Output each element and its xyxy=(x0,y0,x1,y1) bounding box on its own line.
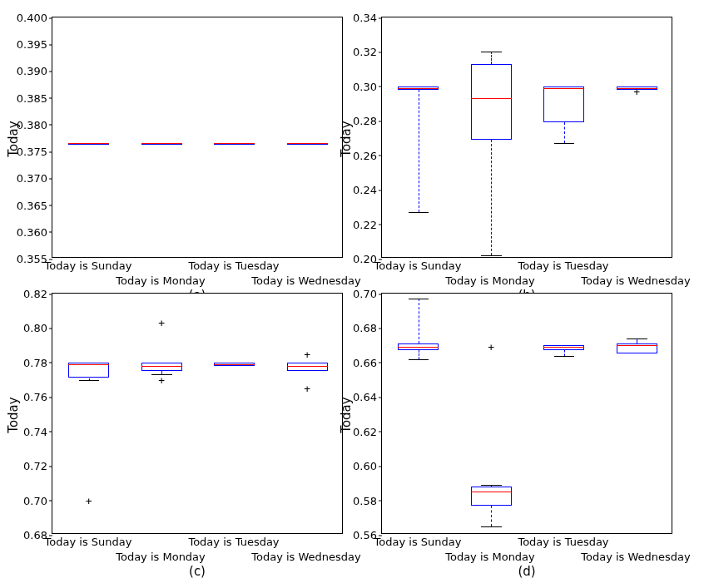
median-line xyxy=(287,143,328,144)
ytick: 0.390 xyxy=(17,65,47,77)
ytick: 0.360 xyxy=(17,225,47,238)
plot-area-b: 0.200.220.240.260.280.300.320.34+ xyxy=(381,17,672,258)
whisker-lower xyxy=(419,350,419,358)
median-line xyxy=(68,143,109,144)
box xyxy=(287,363,328,371)
ylabel-b: Today xyxy=(339,121,354,156)
whisker-lower xyxy=(419,90,419,212)
panel-label-c: (c) xyxy=(189,564,206,579)
xtick-b-0: Today is Sunday xyxy=(374,259,462,272)
xtick-a-0: Today is Sunday xyxy=(45,259,132,272)
ylabel-a: Today xyxy=(6,121,21,156)
median-line xyxy=(543,347,584,348)
xtick-c-2: Today is Tuesday xyxy=(188,536,279,548)
ytick: 0.78 xyxy=(23,356,47,368)
ytick: 0.60 xyxy=(353,460,377,472)
ytick: 0.82 xyxy=(23,288,47,300)
ytick: 0.400 xyxy=(17,12,47,24)
ytick: 0.30 xyxy=(353,80,377,92)
flier: + xyxy=(158,374,165,385)
plot-area-c: 0.680.700.720.740.760.780.800.82+++++ xyxy=(52,293,343,534)
median-line xyxy=(398,88,439,89)
xtick-c-0: Today is Sunday xyxy=(45,536,132,548)
ytick: 0.375 xyxy=(17,146,47,158)
cap-upper xyxy=(409,299,429,299)
ytick: 0.22 xyxy=(353,218,377,230)
ytick: 0.26 xyxy=(353,149,377,161)
cap-lower xyxy=(481,255,502,256)
box xyxy=(141,363,182,371)
xtick-d-0: Today is Sunday xyxy=(374,536,462,548)
panel-a: 0.3550.3600.3650.3700.3750.3800.3850.390… xyxy=(0,0,352,294)
median-line xyxy=(471,98,512,99)
median-line xyxy=(214,364,255,365)
cap-lower xyxy=(409,359,429,360)
xtick-d-3: Today is Wednesday xyxy=(581,551,691,563)
flier: + xyxy=(304,383,310,393)
ytick: 0.70 xyxy=(23,494,47,506)
cap-lower xyxy=(554,143,575,144)
panel-b: 0.200.220.240.260.280.300.320.34+ Today … xyxy=(330,0,704,294)
panel-label-d: (d) xyxy=(518,564,535,579)
flier: + xyxy=(86,495,92,506)
whisker-lower xyxy=(491,140,492,255)
flier: + xyxy=(488,342,494,353)
panel-d: 0.560.580.600.620.640.660.680.70+ Today … xyxy=(330,276,704,588)
xtick-a-2: Today is Tuesday xyxy=(188,259,279,272)
cap-lower xyxy=(409,212,429,213)
ytick: 0.385 xyxy=(17,91,47,104)
xtick-c-1: Today is Monday xyxy=(116,551,206,563)
ytick: 0.80 xyxy=(23,322,47,334)
ytick: 0.64 xyxy=(353,391,377,403)
cap-upper xyxy=(481,485,502,486)
panel-c: 0.680.700.720.740.760.780.800.82+++++ To… xyxy=(0,276,352,588)
xtick-d-2: Today is Tuesday xyxy=(518,536,608,548)
box xyxy=(471,64,512,140)
cap-lower xyxy=(79,380,100,381)
ytick: 0.32 xyxy=(353,46,377,58)
ytick: 0.76 xyxy=(23,391,47,403)
median-line xyxy=(543,88,584,89)
median-line xyxy=(141,366,182,367)
flier: + xyxy=(633,86,640,97)
xtick-b-2: Today is Tuesday xyxy=(518,259,608,272)
plot-area-d: 0.560.580.600.620.640.660.680.70+ xyxy=(381,293,672,534)
figure: 0.3550.3600.3650.3700.3750.3800.3850.390… xyxy=(0,0,704,588)
ylabel-c: Today xyxy=(6,397,21,432)
ytick: 0.62 xyxy=(353,425,377,437)
whisker-lower xyxy=(564,122,565,143)
median-line xyxy=(398,347,439,348)
median-line xyxy=(287,366,328,367)
ytick: 0.365 xyxy=(17,199,47,211)
whisker-lower xyxy=(491,506,492,526)
ylabel-d: Today xyxy=(339,397,354,432)
xtick-d-1: Today is Monday xyxy=(445,551,535,563)
median-line xyxy=(214,143,255,144)
ytick: 0.68 xyxy=(353,322,377,334)
median-line xyxy=(141,143,182,144)
ytick: 0.24 xyxy=(353,184,377,196)
cap-upper xyxy=(627,338,647,339)
median-line xyxy=(68,364,109,365)
ytick: 0.380 xyxy=(17,118,47,131)
median-line xyxy=(617,345,657,346)
ytick: 0.370 xyxy=(17,172,47,185)
ytick: 0.395 xyxy=(17,38,47,51)
ytick: 0.74 xyxy=(23,425,47,437)
cap-upper xyxy=(481,52,502,52)
box xyxy=(471,487,512,506)
median-line xyxy=(471,492,512,492)
ytick: 0.355 xyxy=(17,253,47,265)
flier: + xyxy=(158,318,165,329)
ytick: 0.28 xyxy=(353,115,377,127)
ytick: 0.70 xyxy=(353,288,377,300)
ytick: 0.72 xyxy=(23,460,47,472)
cap-lower xyxy=(481,526,502,527)
ytick: 0.66 xyxy=(353,356,377,368)
plot-area-a: 0.3550.3600.3650.3700.3750.3800.3850.390… xyxy=(52,17,343,258)
whisker-upper xyxy=(419,299,419,343)
cap-lower xyxy=(554,356,575,357)
whisker-upper xyxy=(491,52,492,64)
flier: + xyxy=(304,348,310,359)
ytick: 0.58 xyxy=(353,494,377,506)
